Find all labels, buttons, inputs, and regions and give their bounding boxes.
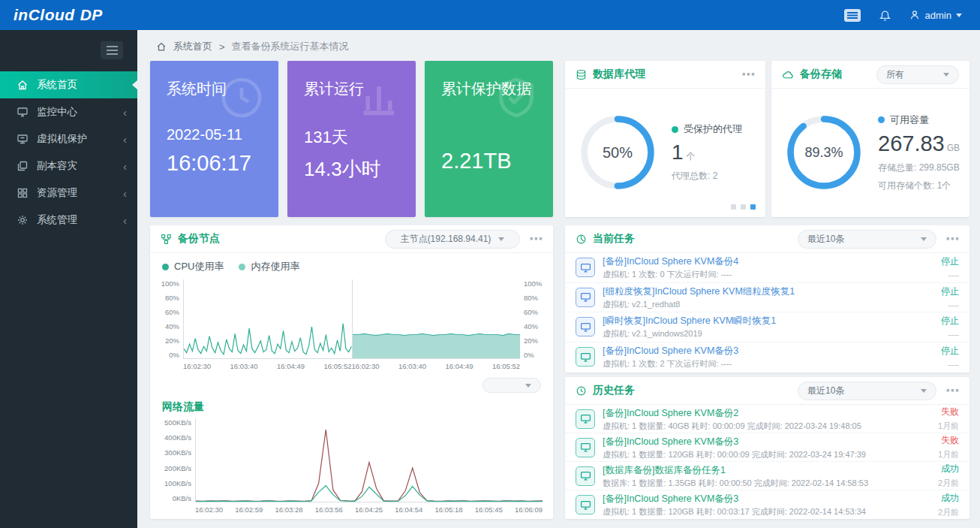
tasks-gauge-icon [576,234,587,245]
cloud-storage-icon [782,69,794,80]
task-time-ago: 2月前 [938,478,959,489]
vm-task-icon [576,438,595,457]
x-axis-labels: 16:02:3016:03:4016:04:4916:05:52 [352,359,521,370]
task-name-link[interactable]: [备份]InCloud Sphere KVM备份3 [603,436,930,448]
legend-dot [878,116,885,123]
task-next-run: ---- [941,330,959,339]
sidebar-item-system-mgmt[interactable]: 系统管理 ‹ [0,207,137,234]
chevron-left-icon: ‹ [123,161,127,172]
mem-legend-label: 内存使用率 [251,260,299,273]
stop-task-link[interactable]: 停止 [941,255,959,268]
available-capacity: 267.83 [878,131,945,155]
task-name-link[interactable]: [细粒度恢复]InCloud Sphere KVM细粒度恢复1 [603,285,933,297]
memory-usage-chart: 16:02:3016:03:4016:04:4916:05:52 100%80%… [352,279,548,370]
sidebar-item-label: 监控中心 [37,105,77,119]
storage-filter-select[interactable]: 所有 [876,65,959,84]
task-detail: 虚拟机: 1 次数: 2 下次运行时间: ---- [603,358,933,369]
task-row[interactable]: [备份]InCloud Sphere KVM备份3 虚拟机: 1 数据量: 12… [565,490,969,519]
sidebar-item-resource-mgmt[interactable]: 资源管理 ‹ [0,180,137,207]
legend-dot [672,126,678,133]
card-title: 备份存储 [800,68,842,81]
storage-donut: 89.3% [785,113,863,192]
sidebar: 系统首页 监控中心 ‹ 虚拟机保护 ‹ 副本容灾 ‹ 资源管理 ‹ 系统管理 ‹ [0,30,137,528]
task-time-ago: 2月前 [938,507,959,518]
chevron-left-icon: ‹ [123,134,127,145]
task-detail: 虚拟机: 1 数据量: 40GB 耗时: 00:00:09 完成时间: 2022… [603,421,930,431]
node-select[interactable]: 主节点(192.168.94.41) [385,230,520,249]
more-menu-icon[interactable]: ⋯ [945,232,959,246]
main-content: 系统首页 > 查看备份系统运行基本情况 系统时间 2022-05-11 16:0… [137,30,980,528]
sidebar-item-vm-protection[interactable]: 虚拟机保护 ‹ [0,125,137,152]
history-tasks-filter-select[interactable]: 最近10条 [798,382,936,400]
task-name-link[interactable]: [备份]InCloud Sphere KVM备份4 [603,255,933,267]
task-name-link[interactable]: [备份]InCloud Sphere KVM备份2 [603,407,930,419]
carousel-dot[interactable] [741,204,746,210]
legend-label: 受保护的代理 [684,122,742,136]
mem-legend-dot [239,264,245,270]
monitor-icon [17,106,29,118]
stop-task-link[interactable]: 停止 [941,315,959,327]
task-row[interactable]: [备份]InCloud Sphere KVM备份3 虚拟机: 1 次数: 2 下… [565,342,969,373]
chart-range-select[interactable] [482,378,541,393]
count-unit: 个 [687,151,696,161]
current-tasks-filter-select[interactable]: 最近10条 [798,230,936,249]
user-menu[interactable]: admin [909,9,962,21]
logo-text: inCloud [14,6,75,24]
task-name-link[interactable]: [数据库备份]数据库备份任务1 [603,464,930,476]
backup-storage-card: 备份存储 所有 89.3% 可用容量 267.83GB 存储总量: 299.85… [771,61,969,217]
apps-grid-icon[interactable] [843,8,861,23]
storage-total: 存储总量: 299.85GB [878,161,960,174]
task-name-link[interactable]: [备份]InCloud Sphere KVM备份3 [603,345,933,357]
carousel-dot[interactable] [731,204,736,210]
task-name-link[interactable]: [备份]InCloud Sphere KVM备份3 [603,493,930,505]
cpu-legend-label: CPU使用率 [174,260,224,273]
breadcrumb: 系统首页 > 查看备份系统运行基本情况 [156,40,349,53]
sidebar-item-label: 系统首页 [37,78,77,92]
task-name-link[interactable]: [瞬时恢复]InCloud Sphere KVM瞬时恢复1 [603,315,933,327]
db-agent-card: 数据库代理 ⋯ 50% 受保护的代理 1个 代理总数: 2 [565,61,765,217]
chevron-left-icon: ‹ [123,215,127,226]
task-row[interactable]: [瞬时恢复]InCloud Sphere KVM瞬时恢复1 虚拟机: v2.1_… [565,312,969,342]
chevron-left-icon: ‹ [123,107,127,118]
stop-task-link[interactable]: 停止 [941,285,959,298]
sidebar-item-monitor-center[interactable]: 监控中心 ‹ [0,98,137,125]
more-menu-icon[interactable]: ⋯ [741,68,755,81]
top-bar: inCloud DP admin [0,0,980,30]
chevron-down-icon [921,389,927,396]
notification-bell-icon[interactable] [878,8,892,23]
sidebar-item-home[interactable]: 系统首页 [0,71,137,98]
task-row[interactable]: [备份]InCloud Sphere KVM备份2 虚拟机: 1 数据量: 40… [565,405,969,433]
task-detail: 虚拟机: 1 数据量: 120GB 耗时: 00:03:17 完成时间: 202… [603,506,930,517]
vm-task-icon [576,288,595,307]
x-axis-labels: 16:02:3016:03:4016:04:4916:05:52 [183,359,352,370]
breadcrumb-current: 查看备份系统运行基本情况 [232,40,349,53]
carousel-dot-active[interactable] [750,204,756,210]
breadcrumb-home[interactable]: 系统首页 [173,40,212,53]
more-menu-icon[interactable]: ⋯ [945,384,959,397]
selected-option: 最近10条 [807,385,844,397]
task-next-run: ---- [941,270,959,279]
task-row[interactable]: [细粒度恢复]InCloud Sphere KVM细粒度恢复1 虚拟机: v2.… [565,283,969,313]
y-axis-labels: 500KB/s400KB/s300KB/s200KB/s100KB/s0KB/s [161,418,195,502]
copy-icon [17,160,29,172]
task-row[interactable]: [备份]InCloud Sphere KVM备份3 虚拟机: 1 数据量: 12… [565,433,969,462]
current-tasks-card: 当前任务 最近10条 ⋯ [备份]InCloud Sphere KVM备份4 虚… [565,225,969,373]
sidebar-item-replica-dr[interactable]: 副本容灾 ‹ [0,152,137,180]
stop-task-link[interactable]: 停止 [941,345,959,358]
donut-percent: 50% [579,113,657,192]
more-menu-icon[interactable]: ⋯ [529,232,543,246]
history-clock-icon [576,385,587,397]
vm-task-icon [576,317,595,336]
collapse-sidebar-button[interactable] [101,41,123,59]
cpu-usage-chart: 100%80%60%40%20%0% 16:02:3016:03:4016:04… [156,279,352,370]
donut-percent: 89.3% [785,113,863,192]
vm-monitor-icon [17,133,29,145]
task-row[interactable]: [备份]InCloud Sphere KVM备份4 虚拟机: 1 次数: 0 下… [565,253,969,283]
vm-task-icon [576,495,595,514]
card-title: 备份节点 [178,232,220,246]
task-row[interactable]: [数据库备份]数据库备份任务1 数据库: 1 数据量: 1.35GB 耗时: 0… [565,462,969,490]
usage-legend: CPU使用率 内存使用率 [150,253,553,275]
gear-icon [17,214,29,226]
task-status: 成功 [938,492,959,505]
task-time-ago: 1月前 [938,449,959,460]
